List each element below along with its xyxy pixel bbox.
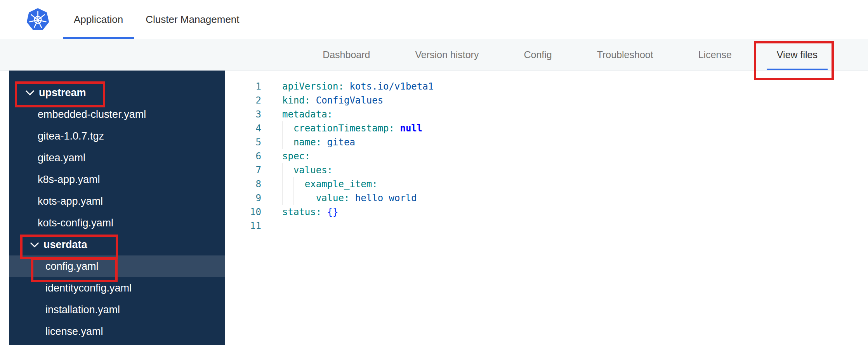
tree-item-label: kots-config.yaml	[38, 217, 113, 229]
tree-item-label: kots-app.yaml	[38, 195, 103, 207]
code-line-2: 2kind: ConfigValues	[225, 93, 868, 107]
tree-file-installation-yaml[interactable]: installation.yaml	[9, 299, 225, 321]
tree-item-label: license.yaml	[45, 326, 103, 338]
code-line-5: 5name: gitea	[225, 135, 868, 149]
tree-file-config-yaml[interactable]: config.yaml	[9, 255, 225, 277]
indent-guide	[293, 191, 305, 205]
tab-cluster-management[interactable]: Cluster Management	[135, 0, 250, 39]
line-number: 7	[225, 163, 282, 177]
code-line-3: 3metadata:	[225, 107, 868, 121]
code-token: apiVersion:	[282, 79, 344, 93]
subnav-item-license[interactable]: License	[698, 39, 732, 70]
code-token: null	[400, 121, 422, 135]
line-number: 11	[225, 219, 282, 233]
line-number: 6	[225, 149, 282, 163]
code-token	[321, 205, 327, 219]
tree-file-license-yaml[interactable]: license.yaml	[9, 321, 225, 342]
code-token: name:	[293, 135, 321, 149]
tree-item-label: embedded-cluster.yaml	[38, 109, 146, 121]
code-token: gitea	[327, 135, 355, 149]
tree-file-embedded-cluster-yaml[interactable]: embedded-cluster.yaml	[9, 104, 225, 125]
code-token: values:	[293, 163, 333, 177]
subnav-item-config[interactable]: Config	[524, 39, 552, 70]
app-header: Application Cluster Management	[0, 0, 868, 39]
code-line-content: spec:	[282, 149, 310, 163]
tree-item-label: upstream	[39, 87, 86, 99]
file-tree: upstreamembedded-cluster.yamlgitea-1.0.7…	[9, 71, 225, 345]
tree-file-kots-config-yaml[interactable]: kots-config.yaml	[9, 212, 225, 234]
chevron-down-icon	[30, 239, 39, 248]
primary-nav: Application Cluster Management	[63, 0, 250, 39]
subnav-item-dashboard[interactable]: Dashboard	[323, 39, 370, 70]
code-line-content: apiVersion: kots.io/v1beta1	[282, 79, 434, 93]
code-token	[310, 93, 316, 107]
code-token: hello world	[355, 191, 417, 205]
indent-guide	[282, 163, 293, 177]
code-line-content: value: hello world	[282, 191, 417, 205]
code-line-8: 8example_item:	[225, 177, 868, 191]
code-token	[394, 121, 400, 135]
chevron-down-icon	[26, 87, 35, 96]
code-token: metadata:	[282, 107, 333, 121]
code-line-6: 6spec:	[225, 149, 868, 163]
line-number: 5	[225, 135, 282, 149]
code-token: kots.io/v1beta1	[349, 79, 434, 93]
subnav-item-version-history[interactable]: Version history	[415, 39, 479, 70]
tab-application[interactable]: Application	[63, 0, 134, 39]
tree-item-label: gitea-1.0.7.tgz	[38, 130, 104, 142]
code-line-content: example_item:	[282, 177, 378, 191]
tab-application-label: Application	[74, 14, 123, 26]
line-number: 8	[225, 177, 282, 191]
line-number: 4	[225, 121, 282, 135]
code-line-content: name: gitea	[282, 135, 355, 149]
code-token	[344, 79, 349, 93]
tree-folder-upstream[interactable]: upstream	[9, 82, 225, 104]
subnav-item-view-files[interactable]: View files	[777, 39, 818, 70]
tree-file-gitea-yaml[interactable]: gitea.yaml	[9, 147, 225, 169]
tree-file-kots-app-yaml[interactable]: kots-app.yaml	[9, 190, 225, 212]
tab-cluster-management-label: Cluster Management	[146, 14, 239, 26]
subnav-item-troubleshoot[interactable]: Troubleshoot	[597, 39, 653, 70]
code-token: example_item:	[305, 177, 378, 191]
code-token: status:	[282, 205, 321, 219]
code-line-7: 7values:	[225, 163, 868, 177]
code-line-11: 11	[225, 219, 868, 233]
tree-file-k8s-app-yaml[interactable]: k8s-app.yaml	[9, 169, 225, 190]
code-token: creationTimestamp:	[293, 121, 394, 135]
app-subnav: Dashboard Version history Config Trouble…	[0, 39, 868, 71]
code-area: 1apiVersion: kots.io/v1beta12kind: Confi…	[225, 79, 868, 233]
code-token	[349, 191, 355, 205]
line-number: 1	[225, 79, 282, 93]
tree-item-label: k8s-app.yaml	[38, 174, 100, 186]
code-token: {}	[327, 205, 339, 219]
tree-item-label: gitea.yaml	[38, 152, 85, 164]
indent-guide	[293, 177, 305, 191]
tree-item-label: installation.yaml	[45, 304, 120, 316]
line-number: 2	[225, 93, 282, 107]
code-line-9: 9value: hello world	[225, 191, 868, 205]
tree-item-label: userdata	[43, 239, 87, 251]
code-line-10: 10status: {}	[225, 205, 868, 219]
code-token: spec:	[282, 149, 310, 163]
indent-guide	[282, 121, 293, 135]
indent-guide	[282, 177, 293, 191]
tree-file-gitea-1-0-7-tgz[interactable]: gitea-1.0.7.tgz	[9, 125, 225, 147]
code-line-content: kind: ConfigValues	[282, 93, 383, 107]
tree-folder-userdata[interactable]: userdata	[9, 234, 225, 255]
line-number: 10	[225, 205, 282, 219]
code-line-content: creationTimestamp: null	[282, 121, 422, 135]
indent-guide	[282, 135, 293, 149]
file-editor[interactable]: 1apiVersion: kots.io/v1beta12kind: Confi…	[225, 71, 868, 345]
code-token: value:	[316, 191, 350, 205]
code-line-content: status: {}	[282, 205, 339, 219]
tree-file-identityconfig-yaml[interactable]: identityconfig.yaml	[9, 277, 225, 299]
code-line-1: 1apiVersion: kots.io/v1beta1	[225, 79, 868, 93]
code-line-content: values:	[282, 163, 333, 177]
code-line-content: metadata:	[282, 107, 333, 121]
code-token: ConfigValues	[316, 93, 383, 107]
code-token	[321, 135, 327, 149]
tree-item-label: config.yaml	[45, 260, 99, 273]
code-token: kind:	[282, 93, 310, 107]
indent-guide	[305, 191, 316, 205]
line-number: 3	[225, 107, 282, 121]
